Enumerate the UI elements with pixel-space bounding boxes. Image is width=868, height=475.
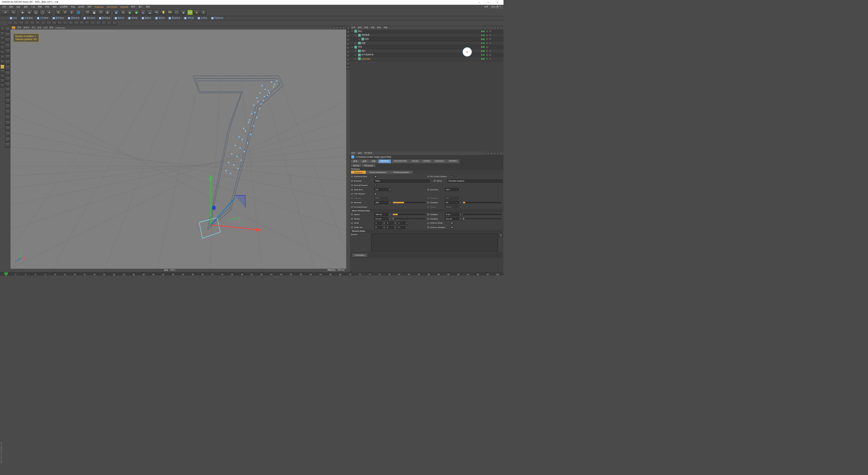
om-menu-view[interactable]: 查看 [364,26,368,29]
rcol-btn-7[interactable] [346,50,350,54]
chk-fulllife[interactable] [374,193,377,195]
visibility-render-dot[interactable] [483,42,485,44]
mode-model[interactable] [0,27,5,31]
sel-emission[interactable]: Rate [374,179,430,183]
menu-pipeline[interactable]: 流水线 [77,5,85,9]
val-scalevar-z[interactable]: 0 [397,226,405,229]
xp-btn-9[interactable] [52,21,57,25]
tab-display[interactable]: Display [421,159,432,163]
lasso-tool[interactable] [5,38,10,43]
om-row[interactable]: ⊟样条 [350,45,503,49]
menu-character[interactable]: 角色 [70,5,76,9]
tab-emission[interactable]: Emission [378,159,391,163]
slider-birthrate[interactable] [393,202,425,203]
scale-tool[interactable]: ◫ [33,10,39,15]
render-region[interactable]: ▦ [91,10,97,15]
val-scalevar-x[interactable]: 0 [374,226,382,229]
object-name[interactable]: 倒角 [365,38,369,41]
rcol-btn-10[interactable] [346,62,350,65]
tag-icon[interactable] [489,57,492,60]
lock-wp[interactable] [0,74,5,78]
visibility-editor-dot[interactable] [481,42,483,44]
vp-menu-options[interactable]: 选项 [37,26,41,29]
close-button[interactable]: ✕ [493,0,502,5]
mode-workplane[interactable] [0,36,5,41]
menu-tools[interactable]: 工具 [29,5,36,9]
slider-radiusvar[interactable] [463,218,501,219]
xp-btn-2[interactable] [13,21,18,25]
tag-icon[interactable] [489,50,492,52]
vp-menu-camera[interactable]: 摄像机 [23,26,29,29]
select-tool[interactable]: ✥ [20,10,25,15]
xp-btn-12[interactable] [68,21,73,25]
slider-radius[interactable] [393,218,425,219]
modeling-tool-18[interactable] [5,137,10,142]
spin-scale-z[interactable] [406,222,408,225]
chk-univar[interactable] [451,226,453,229]
rcol-btn-1[interactable] [346,27,350,30]
camera[interactable]: 📷 [154,10,159,15]
attr-newwin-icon[interactable] [499,152,502,155]
attr-menu-userdata[interactable]: 用户数据 [364,152,372,155]
chk-uniscale[interactable] [451,222,453,224]
tab-modifiers[interactable]: Modifiers [447,159,459,163]
val-endemit[interactable]: 40 F [445,188,459,191]
spin-scale-x[interactable] [383,222,385,225]
visibility-editor-dot[interactable] [481,54,483,56]
visibility-editor-dot[interactable] [481,38,483,40]
spin-endemit[interactable] [459,188,461,191]
render-settings[interactable]: ⚙ [104,10,110,15]
om-row[interactable]: ⊟布料曲面 [350,34,503,38]
visibility-editor-dot[interactable] [481,31,483,32]
vp-menu-display[interactable]: 显示 [32,26,36,29]
field-cone[interactable]: 圆锥体域 [66,16,82,20]
om-row[interactable]: ⊟粒子跟随样条 [350,53,503,57]
modeling-tool-19[interactable] [5,142,10,148]
modeling-tool-12[interactable] [5,104,10,109]
rotate-tool[interactable]: ◯ [40,10,45,15]
rcol-btn-5[interactable] [346,42,350,46]
xparticles[interactable]: ✦ [194,10,199,15]
chk-emitall[interactable] [374,184,377,186]
val-birthrate[interactable]: 350 [374,201,388,204]
actions-list[interactable] [371,233,498,251]
xp-btn-14[interactable] [79,21,84,25]
om-filter-icon[interactable] [496,26,499,29]
rcol-btn-6[interactable] [346,46,350,50]
field-formula[interactable]: 公式域 [196,16,209,20]
xp-btn-10[interactable] [57,21,62,25]
chk-nointersect[interactable] [374,206,377,208]
spin-scalevar-y[interactable] [394,226,396,229]
spin-scalevar-x[interactable] [383,226,385,229]
om-row[interactable]: ⊟xpEmitter [350,57,503,61]
last-tool[interactable]: ✦ [46,10,52,15]
spin-speed[interactable] [389,213,391,216]
visibility-render-dot[interactable] [483,31,485,32]
attr-lock-icon[interactable] [496,152,499,155]
modeling-tool-8[interactable] [5,82,10,87]
menu-create[interactable]: 创建 [15,5,22,9]
mode-edge[interactable] [0,45,5,50]
mograph-cloner[interactable]: ⬡ [174,10,179,15]
menu-spline[interactable]: 样条 [44,5,51,9]
tab-basic[interactable]: 基本 [351,159,360,163]
mode-texture[interactable] [0,32,5,36]
subtab-tp[interactable]: Thinking Particles [390,171,413,173]
modeling-tool-16[interactable] [5,126,10,131]
layout-selector[interactable]: 启动 (用户) [490,5,503,9]
attr-nav-up-icon[interactable] [493,152,496,155]
tag-icon[interactable] [486,57,489,60]
xp-btn-1[interactable] [8,21,13,25]
field-null[interactable]: 空白 [8,16,19,20]
expand-icon[interactable]: ⊟ [355,34,357,37]
visibility-render-dot[interactable] [483,58,485,60]
spin-radiusvar[interactable] [459,217,461,220]
rcol-btn-9[interactable] [346,58,350,62]
attr-nav-fwd-icon[interactable] [490,152,493,155]
coord-system[interactable]: 🌐 [76,10,81,15]
tag-icon[interactable] [486,54,489,56]
xp-btn-19[interactable] [107,21,112,25]
vp-menu-view[interactable]: 查看 [17,26,21,29]
field-cylinder[interactable]: 圆柱体域 [81,16,97,20]
actions-spinner-icon[interactable] [499,233,502,236]
